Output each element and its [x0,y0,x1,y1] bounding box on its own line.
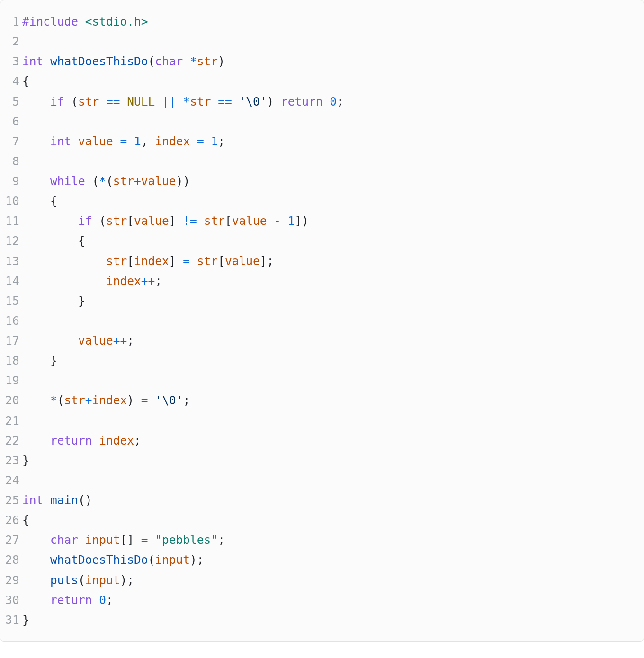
token-pn: ; [183,393,190,407]
token-var: index [99,434,134,447]
line-number: 19 [0,371,22,391]
code-line: 2 [0,32,644,52]
token-pn [127,134,134,148]
token-kw: return [50,593,92,607]
token-var: index [134,254,169,268]
token-pn [22,533,50,547]
token-pn: ]; [260,254,274,268]
code-line: 13 str[index] = str[value]; [0,251,644,271]
token-num: 1 [211,134,218,148]
token-pn [78,533,85,547]
token-num: 1 [288,214,295,228]
token-pn [281,214,288,228]
code-line: 11 if (str[value] != str[value - 1]) [0,211,644,231]
token-pn: ( [148,553,155,567]
line-number: 15 [0,291,22,311]
line-number: 8 [0,151,22,171]
line-content [22,311,29,331]
token-pn [22,214,78,228]
line-number: 5 [0,92,22,112]
token-assn: = [197,134,204,148]
token-pn: ] [169,254,183,268]
token-op: * [183,95,190,108]
token-pn [99,95,106,108]
token-op: * [99,174,106,188]
code-line: 16 [0,311,644,331]
token-op: + [85,393,92,407]
code-line: 9 while (*(str+value)) [0,171,644,191]
token-pn: )) [176,174,190,188]
code-line: 20 *(str+index) = '\0'; [0,391,644,410]
token-pn: ); [190,553,204,567]
token-pn: ]) [295,214,309,228]
line-content [22,371,29,391]
code-line: 10 { [0,191,644,211]
token-pn [22,174,50,188]
token-pn: ( [85,174,99,188]
token-op: != [183,214,197,228]
line-number: 17 [0,331,22,351]
token-op: ++ [141,274,155,288]
token-pn: [ [127,254,134,268]
code-line: 5 if (str == NULL || *str == '\0') retur… [0,92,644,112]
line-number: 10 [0,191,22,211]
token-pn [22,334,78,347]
token-str: "pebbles" [155,533,218,547]
token-var: str [197,54,218,68]
line-number: 18 [0,351,22,371]
token-pn: ( [148,54,155,68]
line-content [22,112,29,132]
token-pn: { [22,234,85,248]
code-line: 22 return index; [0,431,644,451]
token-null: NULL [127,95,155,108]
token-pn [22,95,50,108]
line-content: { [22,231,85,251]
line-number: 22 [0,431,22,451]
line-content: char input[] = "pebbles"; [22,530,225,550]
token-pn: [ [218,254,225,268]
token-var: value [134,214,169,228]
line-number: 27 [0,530,22,550]
token-var: str [106,214,127,228]
line-content [22,32,29,52]
token-var: str [204,214,225,228]
token-pn [78,15,85,28]
token-pn: ); [120,573,134,587]
token-op: + [134,174,141,188]
code-line: 21 [0,411,644,431]
line-content: index++; [22,271,162,291]
code-line: 31} [0,610,644,630]
code-line: 15 } [0,291,644,311]
line-number: 20 [0,391,22,410]
token-pn: ; [155,274,162,288]
token-pn [22,254,106,268]
line-content: { [22,510,29,530]
token-op: ++ [113,334,127,347]
token-var: value [225,254,260,268]
token-kw: while [50,174,85,188]
token-var: input [85,573,120,587]
line-number: 7 [0,132,22,151]
token-pn [43,493,50,507]
token-pn [22,274,106,288]
token-pn: ; [218,134,225,148]
token-pn [176,95,183,108]
token-pn: } [22,294,85,308]
code-block: 1#include <stdio.h>2 3int whatDoesThisDo… [0,0,644,642]
token-var: value [232,214,267,228]
token-var: str [64,393,85,407]
code-line: 4{ [0,71,644,91]
line-content: if (str[value] != str[value - 1]) [22,211,309,231]
token-pn: ( [78,573,85,587]
line-number: 9 [0,171,22,191]
line-content: } [22,610,29,630]
token-op: * [50,393,57,407]
token-num: 1 [134,134,141,148]
token-pn: { [22,513,29,527]
token-kw: char [155,54,183,68]
token-pn: { [22,194,57,208]
token-pn [22,434,50,447]
line-content: return index; [22,431,141,451]
token-pn [197,214,204,228]
token-pn [22,553,50,567]
